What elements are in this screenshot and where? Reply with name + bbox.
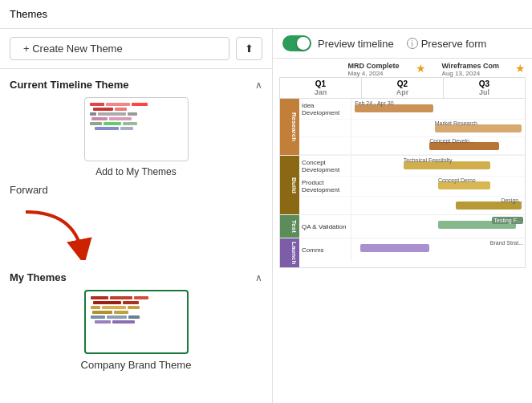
add-to-my-themes-preview xyxy=(84,97,189,161)
launch-phase-row: Launch Comms Brand Strat... xyxy=(280,238,525,267)
milestone-star-1: ★ xyxy=(416,62,426,77)
upload-icon: ⬆ xyxy=(245,43,254,55)
right-panel: Preview timeline i Preserve form MRD Com… xyxy=(273,29,532,403)
quarter-2: Q2Apr xyxy=(362,78,444,98)
drag-arrow-icon xyxy=(10,208,106,260)
left-panel: + Create New Theme ⬆ Current Timeline Th… xyxy=(0,29,273,403)
add-to-my-themes-card[interactable]: Add to My Themes xyxy=(10,97,262,177)
current-theme-section-title: Current Timeline Theme xyxy=(10,79,129,91)
preview-toggle[interactable] xyxy=(282,35,311,51)
top-bar: Themes xyxy=(0,0,532,29)
my-themes-section-title: My Themes xyxy=(10,271,67,283)
forward-theme-name: Forward xyxy=(10,184,262,196)
company-brand-theme-name: Company Brand Theme xyxy=(81,359,192,371)
milestone-star-2: ★ xyxy=(515,62,526,77)
company-brand-preview xyxy=(84,290,189,354)
add-to-my-themes-label: Add to My Themes xyxy=(95,166,177,177)
quarter-3: Q3Jul xyxy=(444,78,525,98)
test-phase-row: Test QA & Validation Testing F... xyxy=(280,215,525,238)
info-icon: i xyxy=(407,38,418,49)
top-bar-title: Themes xyxy=(10,8,47,20)
create-new-theme-button[interactable]: + Create New Theme xyxy=(10,37,229,60)
preserve-label: Preserve form xyxy=(421,38,487,50)
upload-theme-button[interactable]: ⬆ xyxy=(236,37,262,60)
build-phase-row: Build ConceptDevelopment Technical Feasi… xyxy=(280,156,525,215)
preview-toggle-label: Preview timeline xyxy=(318,38,394,50)
milestone-2: Wireframes Com Aug 13, 2024 xyxy=(442,62,499,77)
my-themes-chevron[interactable]: ∧ xyxy=(255,272,262,283)
milestone-1: MRD Complete May 4, 2024 xyxy=(348,62,400,77)
quarter-1: Q1Jan xyxy=(280,78,362,98)
company-brand-theme-card[interactable]: Company Brand Theme xyxy=(10,290,262,371)
research-phase-row: Research IdeaDevelopment Feb 24 - Apr 30 xyxy=(280,99,525,156)
timeline-area: MRD Complete May 4, 2024 ★ Wireframes Co… xyxy=(273,59,532,403)
current-theme-chevron[interactable]: ∧ xyxy=(255,79,262,91)
